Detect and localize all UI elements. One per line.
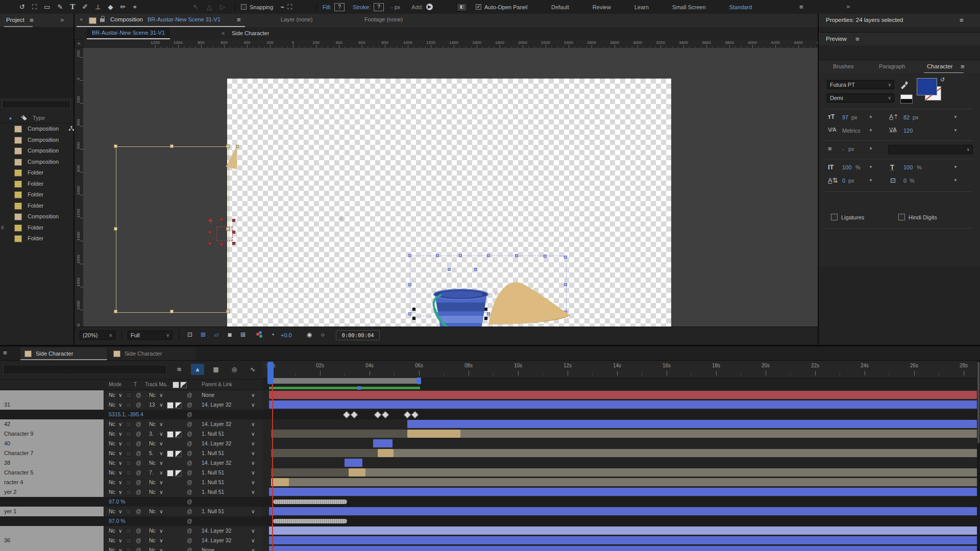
timeline-ruler[interactable]: :00s02s04s06s08s10s12s14s16s18s20s22s24s… [263, 361, 980, 379]
matte-invert-toggle[interactable] [175, 431, 182, 438]
snap-along-edges-icon[interactable]: ⌁ [281, 4, 285, 10]
parent-link-chevron[interactable]: ∨ [251, 507, 255, 516]
layer-name-cell[interactable]: Character 5 [0, 468, 104, 478]
parent-pickwhip-icon[interactable]: @ [187, 448, 192, 458]
parent-link-dropdown[interactable]: 1. Null 51 [202, 468, 224, 478]
mode-dropdown-chevron[interactable]: ∨ [118, 419, 122, 429]
project-item-row[interactable]: Composition [0, 211, 75, 222]
viewer-tab-menu-icon[interactable]: ≡ [237, 16, 241, 23]
timeline-layer-row[interactable]: Nc∨@Nc∨@14. Layer 32∨ [0, 526, 980, 536]
text-box-handle[interactable] [226, 227, 230, 231]
trackmatte-dropdown-chevron[interactable]: ∨ [159, 468, 163, 478]
mode-dropdown-chevron[interactable]: ∨ [118, 545, 122, 551]
trackmatte-dropdown[interactable]: Nc [149, 458, 156, 468]
trackmatte-pickwhip-icon[interactable]: @ [136, 390, 141, 400]
preserve-transparency-toggle[interactable] [126, 460, 132, 466]
matte-invert-toggle[interactable] [175, 470, 182, 477]
trackmatte-dropdown[interactable]: Nc [149, 419, 156, 429]
label-color-icon[interactable] [20, 115, 28, 121]
font-style-dropdown[interactable]: Demi∨ [827, 93, 894, 103]
panel-bin-icon[interactable]: ◧ [457, 3, 467, 11]
workspace-review[interactable]: Review [593, 4, 611, 10]
parent-pickwhip-icon[interactable]: @ [187, 536, 192, 545]
trackmatte-pickwhip-icon[interactable]: @ [136, 458, 141, 468]
mode-dropdown[interactable]: Nc [109, 545, 115, 551]
layer-duration-bar[interactable] [407, 420, 980, 428]
character-panel-menu-icon[interactable]: ≡ [961, 63, 965, 70]
trackmatte-pickwhip-icon[interactable]: @ [136, 507, 141, 516]
trackmatte-dropdown-chevron[interactable]: ∨ [159, 439, 163, 448]
playhead-marker[interactable] [267, 362, 274, 384]
project-search-input[interactable] [2, 101, 70, 108]
parent-pickwhip-icon[interactable]: @ [187, 526, 192, 536]
stroke-swatch[interactable]: ? [374, 3, 384, 11]
mode-dropdown-chevron[interactable]: ∨ [118, 487, 122, 497]
project-tab[interactable]: Project [6, 17, 24, 23]
layer-name-cell[interactable]: Character 7 [0, 448, 104, 458]
property-value[interactable]: 97.0 % [109, 497, 126, 507]
fit-view-icon[interactable]: ⊡ [184, 330, 196, 340]
timeline-graph-row[interactable] [263, 487, 980, 497]
parent-pickwhip-icon[interactable]: @ [187, 429, 192, 439]
layer-selection-handle[interactable] [487, 254, 490, 257]
workspace-default[interactable]: Default [551, 4, 569, 10]
mode-dropdown[interactable]: Nc [109, 507, 115, 516]
trackmatte-dropdown[interactable]: 3. [149, 429, 154, 439]
timeline-layer-row[interactable]: 31Nc∨@13∨@14. Layer 32∨ [0, 400, 980, 410]
shape-tool[interactable]: ▭ [44, 4, 50, 10]
text-box-handle[interactable] [114, 144, 117, 148]
stroke-style-dropdown[interactable]: ∨ [888, 145, 973, 154]
timeline-graph-row[interactable] [263, 478, 980, 487]
show-snapshot-icon[interactable]: ○ [316, 330, 329, 340]
project-item-row[interactable]: Composition [0, 135, 75, 145]
kerning-value[interactable]: Metrics [842, 128, 860, 134]
horizontal-ruler[interactable]: 1200100080060040020002004006008001000120… [83, 39, 818, 48]
default-fill-stroke-icon[interactable] [900, 94, 913, 104]
text-box-handle[interactable] [114, 227, 117, 231]
trackmatte-column-header[interactable]: Track Ma.. [145, 382, 169, 387]
parent-link-chevron[interactable]: ∨ [251, 487, 255, 497]
layer-duration-bar[interactable] [269, 488, 980, 496]
trackmatte-dropdown-chevron[interactable]: ∨ [159, 390, 163, 400]
timeline-graph-row[interactable] [263, 390, 980, 400]
trackmatte-dropdown[interactable]: 5. [149, 448, 154, 458]
layer-selection-handle[interactable] [408, 283, 411, 286]
timeline-graph-row[interactable] [263, 516, 980, 526]
timeline-layer-row[interactable]: Character 7Nc∨@5.∨@1. Null 51∨ [0, 448, 980, 458]
rotation-tool[interactable]: ↺ [19, 4, 25, 10]
timeline-tab-2[interactable]: Side Character [109, 347, 196, 360]
timeline-layer-row[interactable]: Nc∨@Nc∨@None∨ [0, 545, 980, 551]
keyframe-diamond[interactable] [351, 411, 358, 418]
project-item-row[interactable]: Folder [0, 233, 75, 244]
parent-pickwhip-icon[interactable]: @ [187, 419, 192, 429]
mode-column-header[interactable]: Mode [109, 382, 121, 387]
mode-dropdown-chevron[interactable]: ∨ [118, 439, 122, 448]
timeline-layer-row[interactable]: racter 4Nc∨@Nc∨@1. Null 51∨ [0, 478, 980, 487]
trackmatte-dropdown[interactable]: Nc [149, 536, 156, 545]
parent-pickwhip-icon[interactable]: @ [187, 468, 192, 478]
parent-link-dropdown[interactable]: None [202, 390, 214, 400]
text-box-handle[interactable] [114, 310, 117, 313]
mode-dropdown-chevron[interactable]: ∨ [118, 507, 122, 516]
trackmatte-dropdown-chevron[interactable]: ∨ [159, 487, 163, 497]
timeline-layer-row[interactable]: Character 5Nc∨@7.∨@1. Null 51∨ [0, 468, 980, 478]
mode-dropdown-chevron[interactable]: ∨ [118, 448, 122, 458]
project-item-row[interactable]: Folder [0, 167, 75, 178]
preserve-transparency-toggle[interactable] [126, 431, 132, 437]
trackmatte-pickwhip-icon[interactable]: @ [136, 526, 141, 536]
keyframe-diamond[interactable] [343, 411, 350, 418]
parent-link-dropdown[interactable]: 1. Null 51 [202, 487, 224, 497]
property-pickwhip-icon[interactable]: @ [187, 516, 192, 526]
mode-dropdown-chevron[interactable]: ∨ [118, 526, 122, 536]
timeline-graph-row[interactable] [263, 526, 980, 536]
timeline-marker[interactable] [357, 386, 361, 390]
layer-name-cell[interactable] [0, 390, 104, 400]
lock-icon[interactable] [100, 18, 105, 22]
trackmatte-pickwhip-icon[interactable]: @ [136, 536, 141, 545]
layer-duration-bar[interactable] [407, 430, 460, 438]
layer-name-cell[interactable]: yer 2 [0, 487, 104, 497]
matte-invert-toggle[interactable] [175, 450, 182, 457]
preserve-transparency-toggle[interactable] [126, 538, 132, 544]
magnification-dropdown[interactable]: (20%)∨ [80, 331, 115, 340]
parent-pickwhip-icon[interactable]: @ [187, 458, 192, 468]
